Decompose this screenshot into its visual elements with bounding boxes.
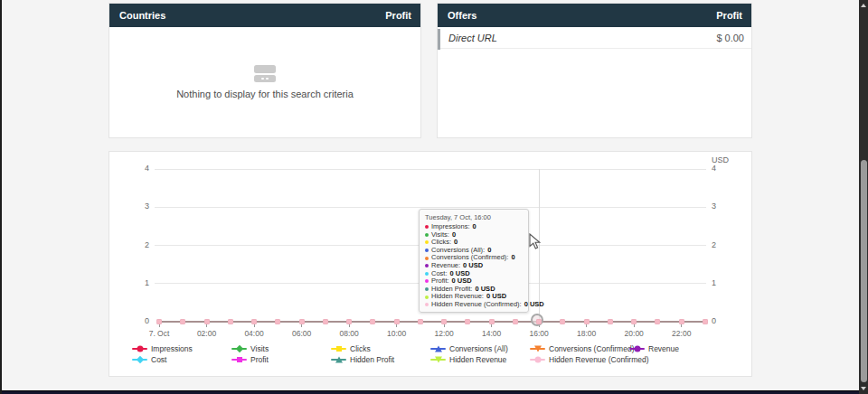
y-axis-label-right: 1 xyxy=(712,278,739,288)
legend-item[interactable]: Conversions (Confirmed) xyxy=(530,343,629,353)
chart-point[interactable] xyxy=(536,319,542,324)
scrollbar-up-arrow-icon[interactable] xyxy=(861,4,866,7)
series-color-dot xyxy=(425,296,429,299)
series-color-dot xyxy=(425,264,429,267)
legend-item[interactable]: Clicks xyxy=(331,343,430,353)
series-color-dot xyxy=(425,257,429,260)
triangle-down-marker-icon xyxy=(534,345,542,352)
offer-profit-value: $ 0.00 xyxy=(716,33,744,43)
dashboard-page: Countries Profit Nothing to display for … xyxy=(0,0,868,394)
chart-point[interactable] xyxy=(370,319,375,324)
circle-marker-icon xyxy=(634,345,640,352)
legend-marker xyxy=(331,355,346,363)
x-axis-label: 14:00 xyxy=(472,329,512,338)
legend-item-label: Cost xyxy=(151,355,166,364)
y-axis-label-left: 3 xyxy=(122,202,149,211)
series-color-dot xyxy=(425,233,429,237)
chart-point[interactable] xyxy=(560,319,565,324)
series-color-dot xyxy=(425,225,429,229)
mouse-cursor xyxy=(529,233,541,254)
offers-list-scrollbar-thumb[interactable] xyxy=(438,29,440,50)
chart-point[interactable] xyxy=(346,319,352,324)
square-marker-icon xyxy=(336,346,342,352)
x-axis-label: 7. Oct xyxy=(139,329,179,338)
legend-item[interactable]: Profit xyxy=(231,354,331,364)
offers-panel-title: Offers xyxy=(448,10,476,21)
window-left-edge xyxy=(0,0,2,394)
legend-item[interactable]: Hidden Profit xyxy=(331,354,430,364)
legend-item[interactable]: Revenue xyxy=(629,343,729,353)
x-axis-label: 16:00 xyxy=(519,329,559,338)
legend-item[interactable]: Hidden Revenue xyxy=(430,354,530,364)
chart-gridline xyxy=(155,169,706,170)
vertical-scrollbar[interactable] xyxy=(859,0,868,394)
offer-name: Direct URL xyxy=(448,33,497,43)
chart-point[interactable] xyxy=(204,319,210,324)
offer-row[interactable]: Direct URL $ 0.00 xyxy=(438,27,751,49)
chart-point[interactable] xyxy=(299,319,305,324)
chart-point[interactable] xyxy=(513,319,518,324)
countries-profit-column-header[interactable]: Profit xyxy=(385,10,411,21)
chart-point[interactable] xyxy=(156,319,162,324)
y-axis-label-right: 3 xyxy=(712,202,739,211)
chart-legend: ImpressionsVisitsClicksConversions (All)… xyxy=(109,343,751,364)
legend-item-label: Hidden Revenue (Confirmed) xyxy=(549,355,649,364)
chart-point[interactable] xyxy=(465,319,470,324)
offers-panel: Offers Profit Direct URL $ 0.00 xyxy=(437,3,752,138)
legend-item-label: Hidden Profit xyxy=(350,355,394,364)
countries-panel: Countries Profit Nothing to display for … xyxy=(108,3,421,138)
chart-point[interactable] xyxy=(323,319,328,324)
legend-item[interactable]: Conversions (All) xyxy=(430,343,530,353)
chart-point[interactable] xyxy=(703,319,708,324)
scrollbar-thumb[interactable] xyxy=(861,160,867,382)
legend-marker xyxy=(231,355,247,363)
scrollbar-down-arrow-icon[interactable] xyxy=(861,387,866,390)
chart-point[interactable] xyxy=(584,319,590,324)
legend-marker xyxy=(530,355,545,363)
chart-point[interactable] xyxy=(180,319,185,324)
chart-point[interactable] xyxy=(489,319,495,324)
legend-marker xyxy=(430,344,446,352)
y-axis-unit-label: USD xyxy=(712,155,729,164)
series-color-dot xyxy=(425,303,429,306)
legend-item[interactable]: Visits xyxy=(231,343,331,353)
series-line-zero xyxy=(159,321,705,323)
x-axis-label: 20:00 xyxy=(614,329,654,338)
chart-point[interactable] xyxy=(441,319,447,324)
legend-marker xyxy=(132,355,147,363)
y-axis-label-right: 0 xyxy=(712,316,739,326)
legend-item-label: Conversions (All) xyxy=(449,344,508,353)
square-marker-icon xyxy=(237,357,242,362)
x-axis-label: 02:00 xyxy=(187,329,227,338)
legend-marker xyxy=(231,344,247,352)
chart-point[interactable] xyxy=(251,319,257,324)
chart-point[interactable] xyxy=(275,319,280,324)
chart-point[interactable] xyxy=(418,319,423,324)
y-axis-label-left: 2 xyxy=(122,240,149,250)
chart-point[interactable] xyxy=(679,319,684,324)
triangle-marker-icon xyxy=(435,345,442,352)
series-color-dot xyxy=(425,240,429,244)
chart-point[interactable] xyxy=(655,319,660,324)
legend-marker xyxy=(530,344,545,352)
chart-point[interactable] xyxy=(394,319,400,324)
chart-point[interactable] xyxy=(631,319,637,324)
diamond-marker-icon xyxy=(136,355,143,362)
x-axis-label: 22:00 xyxy=(662,329,702,338)
legend-item[interactable]: Hidden Revenue (Confirmed) xyxy=(530,354,629,364)
countries-panel-header: Countries Profit xyxy=(109,4,420,27)
legend-marker xyxy=(331,344,346,352)
chart-point[interactable] xyxy=(608,319,613,324)
legend-marker xyxy=(629,344,645,352)
legend-marker xyxy=(132,344,147,352)
offers-profit-column-header[interactable]: Profit xyxy=(716,10,742,21)
legend-item-label: Hidden Revenue xyxy=(449,355,506,364)
series-color-dot xyxy=(425,279,429,283)
legend-item-label: Revenue xyxy=(648,344,679,353)
x-axis-label: 08:00 xyxy=(329,329,369,338)
legend-item[interactable]: Cost xyxy=(132,354,231,364)
chart-point[interactable] xyxy=(228,319,233,324)
legend-item[interactable]: Impressions xyxy=(132,343,231,353)
legend-item-label: Clicks xyxy=(350,344,371,353)
tooltip-item-value: 0 USD xyxy=(524,301,544,309)
